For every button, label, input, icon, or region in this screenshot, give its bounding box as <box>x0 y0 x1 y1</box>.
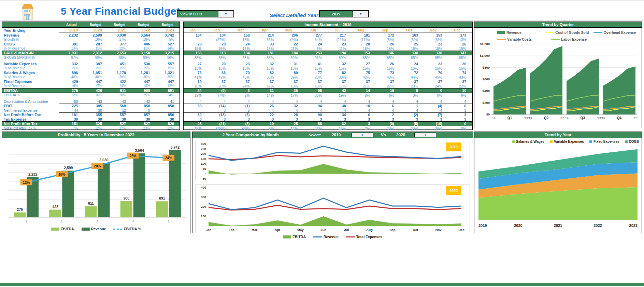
comparison-year2-value: 2020 <box>387 132 414 138</box>
table-cell: 89% <box>328 56 352 60</box>
table-cell: 22% <box>376 84 400 88</box>
table-cell: (10) <box>424 122 448 126</box>
month-header: Sep <box>376 28 400 32</box>
svg-text:-50: -50 <box>201 177 206 180</box>
table-cell: 428 <box>83 88 107 93</box>
comparison-year2-dropdown-arrow-icon[interactable]: ▼ <box>414 133 436 137</box>
table-cell: 38 <box>328 104 352 108</box>
table-cell: 611 <box>108 88 131 93</box>
table-cell: 32 <box>256 62 280 66</box>
table-cell: 4 <box>400 99 425 104</box>
view-units-dropdown[interactable]: View in 000's ▼ <box>177 10 234 17</box>
table-cell: 24 <box>400 62 425 66</box>
table-cell: 11% <box>328 46 352 51</box>
table-cell: 527 <box>108 122 131 126</box>
table-cell: 15% <box>232 66 256 70</box>
table-cell: 5% <box>156 38 180 41</box>
summary-row-of-revenue: % of Revenue19%17%14%13%12% <box>2 84 180 88</box>
legend-label: Labor Expense <box>561 37 587 41</box>
table-cell: 4 <box>256 108 280 112</box>
table-cell: 49% <box>208 75 232 79</box>
table-cell: 16% <box>83 38 107 41</box>
summary-year: 2021 <box>108 28 131 32</box>
table-cell: 89% <box>280 56 304 60</box>
table-cell: 11% <box>280 46 304 51</box>
svg-text:2019: 2019 <box>449 145 458 149</box>
table-cell: (9) <box>208 88 232 93</box>
svg-text:-: - <box>205 224 206 228</box>
detail-year-dropdown-arrow-icon[interactable]: ▼ <box>353 11 368 17</box>
table-cell: 15% <box>448 46 473 51</box>
view-units-dropdown-arrow-icon[interactable]: ▼ <box>218 11 233 17</box>
income-statement-title: Income Statement – 2019 <box>184 22 472 28</box>
detail-year-dropdown[interactable]: 2019 ▼ <box>319 10 369 17</box>
table-cell: 1,281 <box>131 71 155 75</box>
legend-label: Revenue <box>91 227 106 231</box>
table-cell: 80 <box>280 71 304 75</box>
table-cell: 4 <box>304 108 328 112</box>
table-cell: 13% <box>59 46 83 50</box>
comparison-panel: 2 Year Comparison by Month Select: 2019 … <box>192 132 473 233</box>
table-cell: 39% <box>280 75 304 79</box>
table-cell: 153 <box>424 33 448 37</box>
table-cell: 17% <box>108 38 131 41</box>
summary-row-net-profit-after-tax: Net Profit After Tax %7%12%17%23%22% <box>2 126 180 131</box>
comparison-legend: EBITDA Revenue Total Expenses <box>192 235 473 239</box>
table-cell: 158 <box>232 33 256 37</box>
table-cell: 6 <box>352 112 376 117</box>
table-cell: 85% <box>256 56 280 60</box>
summary-row-net-profit-before-tax: Net Profit Before Tax181355557857850 <box>2 112 180 117</box>
table-cell: 15% <box>352 46 376 51</box>
summary-col-header: Actual <box>59 23 83 27</box>
table-cell: 0 <box>424 88 448 93</box>
fixed-swatch-icon <box>589 140 592 143</box>
table-cell: 557 <box>108 112 131 117</box>
table-cell: 17% <box>83 84 107 88</box>
table-cell: 4 <box>328 108 352 112</box>
table-cell: 15% <box>59 66 83 70</box>
row-label: Net Profit Before Tax <box>2 113 59 117</box>
table-cell: 70 <box>424 71 448 75</box>
svg-text:Q4: Q4 <box>617 116 622 120</box>
table-cell: 9% <box>304 46 328 51</box>
table-cell: 253 <box>304 51 328 55</box>
table-cell: 12% <box>156 84 180 88</box>
table-cell: 287 <box>83 42 107 46</box>
income-row-net-profit-after-tax: 28(21)(8)192588323(0)(5)(10)0 <box>184 121 472 126</box>
row-label: % of Revenue <box>2 66 59 70</box>
row-label: GROSS MARGIN <box>2 51 59 55</box>
svg-text:900: 900 <box>124 196 130 200</box>
table-cell: 20% <box>108 93 131 97</box>
table-cell: 19 <box>184 80 208 84</box>
table-cell: (6%) <box>424 38 448 42</box>
table-cell: 28 <box>352 42 376 46</box>
table-cell: 4 <box>304 99 328 104</box>
page-title: 5 Year Financial Budget <box>61 5 180 17</box>
row-label: Salaries & Wages <box>2 71 59 75</box>
table-cell: 82 <box>256 71 280 75</box>
table-cell: 30 <box>131 117 155 121</box>
table-cell: 76 <box>184 71 208 75</box>
table-cell: 900 <box>131 88 155 93</box>
table-cell: 23 <box>424 42 448 46</box>
table-cell: 17% <box>328 84 352 88</box>
svg-text:400: 400 <box>201 186 206 189</box>
table-cell: 38% <box>328 75 352 79</box>
table-cell: 44% <box>400 75 425 79</box>
comparison-year1-dropdown-arrow-icon[interactable]: ▼ <box>352 133 373 137</box>
table-cell: 225 <box>59 104 83 108</box>
table-cell: 23 <box>424 62 448 66</box>
table-cell: 9% <box>256 126 280 131</box>
year-ending-label: Year Ending <box>2 28 59 32</box>
profitability-title: Profitability - 5 Years to December 2023 <box>2 132 190 138</box>
table-cell: 43% <box>448 75 473 79</box>
table-cell: (6) <box>232 112 256 117</box>
table-cell: 30 <box>184 112 208 117</box>
svg-text:12%: 12% <box>23 181 30 184</box>
detail-year-value: 2019 <box>320 11 353 17</box>
income-row-revenue: 184134158214206277217181172163153173 <box>184 33 472 37</box>
table-cell: 21% <box>352 84 376 88</box>
table-cell: 6% <box>448 93 473 97</box>
svg-text:Oct: Oct <box>413 228 418 232</box>
comparison-year1-value: 2019 <box>321 132 352 138</box>
